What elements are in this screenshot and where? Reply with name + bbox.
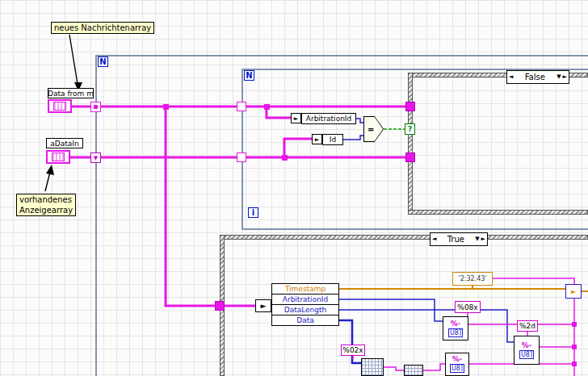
free-label-line2: Anzeigearray	[19, 205, 73, 215]
cluster-array-wires	[70, 107, 406, 306]
array-append-icon[interactable]: ►	[565, 284, 582, 299]
u8-conversion-icon: U8]	[448, 328, 463, 337]
outer-loop-count-terminal[interactable]: N	[98, 56, 108, 67]
unbundle-row-timestamp[interactable]: Timestamp	[271, 283, 339, 295]
shift-register-left-icon[interactable]: ▼	[90, 152, 101, 163]
annotation-arrows	[45, 35, 82, 191]
format-into-string-node-3[interactable]: %· U8]	[445, 353, 469, 376]
u8-conversion-icon: U8]	[450, 364, 464, 373]
byte-array-wire	[339, 320, 362, 363]
format-string-hex8[interactable]: %08x	[455, 301, 481, 313]
cluster-array-glyph	[52, 152, 65, 161]
percent-icon: %·	[522, 342, 531, 349]
percent-icon: %·	[452, 356, 462, 363]
case-next-icon[interactable]: ►	[563, 74, 567, 80]
adatain-terminal-icon[interactable]	[46, 150, 70, 164]
id-unbundle-arrow-icon[interactable]: ►	[312, 134, 322, 144]
case-selector-false[interactable]: ◄ False ▼ ►	[506, 70, 569, 84]
data-from-terminal-icon[interactable]	[48, 99, 72, 113]
inner-loop-tunnel-top[interactable]	[237, 102, 246, 111]
wire-junction-dots	[163, 104, 288, 161]
byte-array-node-icon[interactable]	[361, 358, 384, 376]
unbundle-row-datalength[interactable]: DataLength	[271, 304, 339, 315]
equal-glyph: =	[368, 125, 374, 134]
format-string-hex2[interactable]: %02x	[341, 345, 365, 356]
format-string-dec2[interactable]: %2d	[517, 320, 538, 332]
time-string-constant[interactable]: '2:32.43'	[452, 272, 493, 286]
cluster-array-glyph	[53, 102, 66, 111]
format-into-string-node-2[interactable]: %· U8]	[514, 336, 540, 365]
case-false-label: False	[514, 73, 555, 81]
free-label-line1: vorhandenes	[19, 194, 73, 205]
u8-conversion-icon: U8]	[519, 350, 534, 359]
inner-loop-tunnel-bottom[interactable]	[237, 152, 246, 162]
unbundle-row-arbitrationid[interactable]: ArbitrationId	[271, 294, 339, 305]
inner-loop-count-terminal[interactable]: N	[244, 70, 254, 81]
auto-index-tunnel-outer[interactable]	[90, 102, 101, 112]
case-tunnel-bottom[interactable]	[405, 152, 415, 162]
free-label-existing-array[interactable]: vorhandenes Anzeigearray	[16, 194, 76, 216]
tunnel-dot	[94, 105, 98, 109]
numeric-wires	[339, 119, 514, 342]
free-label-new-messages[interactable]: neues Nachrichtenarray	[51, 22, 154, 34]
block-diagram-canvas: neues Nachrichtenarray vorhandenes Anzei…	[0, 0, 588, 376]
case-dropdown-icon[interactable]: ▼	[475, 236, 479, 242]
format-into-string-node-1[interactable]: %· U8]	[443, 316, 468, 340]
timestamp-wires	[339, 286, 588, 291]
case-true-label: True	[438, 236, 473, 244]
inner-loop-iteration-terminal[interactable]: i	[248, 207, 258, 218]
case-selector-true[interactable]: ◄ True ▼ ►	[430, 232, 488, 246]
id-element-label[interactable]: Id	[322, 134, 343, 145]
arbitrationid-element-label[interactable]: ArbitrationId	[301, 113, 356, 124]
case-prev-icon[interactable]: ◄	[432, 236, 436, 242]
case-selector-terminal[interactable]: ?	[405, 123, 415, 135]
small-function-node-icon[interactable]	[404, 365, 423, 376]
adatain-terminal-label[interactable]: aDataIn	[46, 138, 83, 148]
case-prev-icon[interactable]: ◄	[509, 74, 513, 80]
case-next-icon[interactable]: ►	[481, 236, 485, 242]
case-dropdown-icon[interactable]: ▼	[556, 74, 561, 80]
case-true-tunnel[interactable]	[215, 301, 225, 311]
arbitrationid-unbundle-arrow-icon[interactable]: ►	[291, 113, 301, 123]
percent-icon: %·	[451, 320, 460, 328]
unbundle-row-data[interactable]: Data	[271, 315, 339, 326]
unbundle-input-arrow-icon[interactable]: ►	[255, 299, 271, 312]
case-tunnel-top[interactable]	[405, 102, 415, 111]
data-from-terminal-label[interactable]: Data from m	[48, 88, 94, 98]
